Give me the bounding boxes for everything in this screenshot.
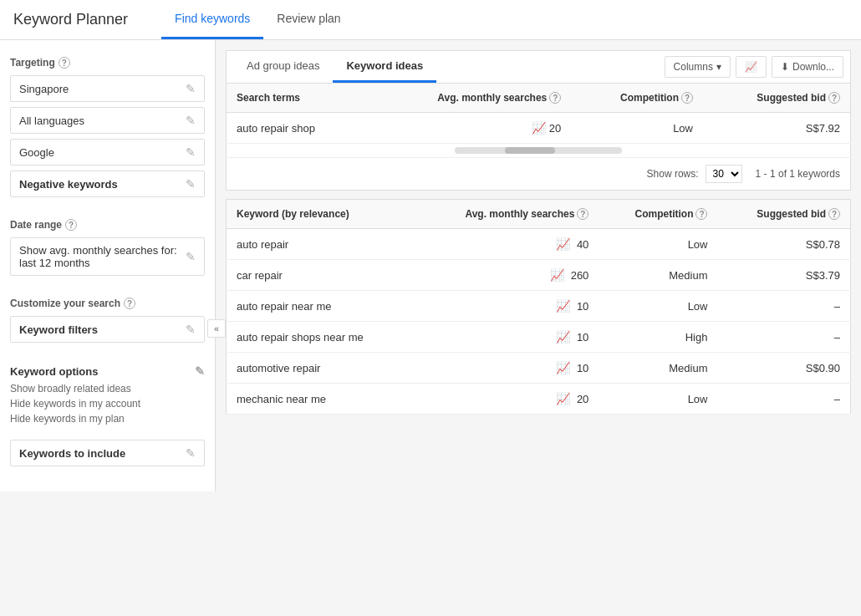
scrollbar-cell — [227, 144, 851, 158]
nav-tabs: Find keywords Review plan — [161, 0, 354, 39]
sidebar-collapse-button[interactable]: « — [207, 319, 226, 338]
th-search-terms: Search terms — [227, 84, 367, 113]
download-icon: ⬇ — [781, 61, 789, 73]
keyword-idea-searches-2: 📈260 — [415, 260, 599, 291]
customize-section: Customize your search ? Keyword filters … — [0, 291, 215, 354]
sidebar-item-google[interactable]: Google ✎ — [10, 139, 205, 165]
trend-chart-icon-idea-5[interactable]: 📈 — [556, 361, 570, 374]
trend-chart-icon-idea-4[interactable]: 📈 — [556, 330, 570, 344]
keyword-idea-bid-4: – — [717, 322, 850, 353]
keyword-idea-row-3: auto repair near me 📈10 Low – — [227, 291, 851, 322]
sidebar-item-all-languages[interactable]: All languages ✎ — [10, 107, 205, 134]
edit-icon-all-languages[interactable]: ✎ — [186, 114, 196, 127]
suggested-bid-help-icon-2[interactable]: ? — [828, 208, 840, 220]
tab-bar: Ad group ideas Keyword ideas Columns ▾ 📈… — [226, 50, 851, 83]
search-term-keyword-1: auto repair shop — [227, 113, 367, 144]
date-range-section: Date range ? Show avg. monthly searches … — [0, 212, 215, 288]
avg-searches-help-icon-2[interactable]: ? — [577, 208, 588, 220]
keyword-ideas-header-row: Keyword (by relevance) Avg. monthly sear… — [227, 200, 851, 229]
search-terms-header-row: Search terms Avg. monthly searches ? Com… — [227, 84, 851, 113]
keyword-option-3: Hide keywords in my plan — [10, 411, 205, 426]
keyword-idea-term-6: mechanic near me — [227, 384, 415, 415]
edit-icon-keywords-to-include[interactable]: ✎ — [186, 446, 196, 460]
show-rows-select-1[interactable]: 30 — [706, 165, 742, 183]
keyword-option-1: Show broadly related ideas — [10, 381, 205, 396]
keyword-idea-term-5: automotive repair — [227, 353, 415, 384]
keyword-idea-competition-6: Low — [599, 384, 717, 415]
competition-help-icon-1[interactable]: ? — [681, 92, 693, 104]
keyword-idea-searches-4: 📈10 — [415, 322, 599, 353]
th-suggested-bid-1: Suggested bid ? — [703, 84, 851, 113]
tab-ad-group-ideas[interactable]: Ad group ideas — [233, 51, 333, 83]
nav-tab-find-keywords[interactable]: Find keywords — [161, 0, 263, 39]
sidebar-item-negative-keywords[interactable]: Negative keywords ✎ — [10, 171, 205, 197]
section-gap — [226, 191, 851, 199]
main-layout: Targeting ? Singapore ✎ All languages ✎ … — [0, 40, 861, 616]
sidebar-item-keyword-filters[interactable]: Keyword filters ✎ — [10, 316, 205, 343]
trend-chart-icon-idea-6[interactable]: 📈 — [556, 392, 570, 405]
tab-keyword-ideas[interactable]: Keyword ideas — [333, 51, 436, 83]
sidebar-item-keywords-to-include[interactable]: Keywords to include ✎ — [10, 440, 205, 466]
trend-chart-icon-idea-3[interactable]: 📈 — [556, 299, 570, 313]
columns-button[interactable]: Columns ▾ — [665, 56, 731, 78]
content-tabs: Ad group ideas Keyword ideas — [233, 51, 436, 83]
chart-view-button[interactable]: 📈 — [736, 56, 767, 78]
th-competition-1: Competition ? — [571, 84, 703, 113]
targeting-title: Targeting ? — [10, 57, 205, 69]
customize-title: Customize your search ? — [10, 298, 205, 309]
keyword-idea-searches-1: 📈40 — [415, 229, 599, 260]
keyword-idea-searches-5: 📈10 — [415, 353, 599, 384]
keyword-idea-searches-3: 📈10 — [415, 291, 599, 322]
content-area: Ad group ideas Keyword ideas Columns ▾ 📈… — [216, 40, 861, 616]
horizontal-scrollbar[interactable] — [455, 147, 622, 154]
chevron-down-icon: ▾ — [716, 61, 721, 73]
th-suggested-bid-2: Suggested bid ? — [717, 200, 850, 229]
keyword-idea-row-5: automotive repair 📈10 Medium S$0.90 — [227, 353, 851, 384]
search-term-row-1: auto repair shop 📈 20 Low S$7.92 — [227, 113, 851, 144]
keyword-ideas-table: Keyword (by relevance) Avg. monthly sear… — [226, 199, 851, 415]
keyword-idea-competition-5: Medium — [599, 353, 717, 384]
edit-icon-singapore[interactable]: ✎ — [186, 82, 196, 95]
th-competition-2: Competition ? — [599, 200, 717, 229]
search-terms-pagination: Show rows: 30 1 - 1 of 1 keywords — [226, 158, 851, 191]
trend-chart-icon-idea-1[interactable]: 📈 — [556, 237, 570, 251]
avg-searches-help-icon-1[interactable]: ? — [549, 92, 561, 104]
keyword-idea-row-6: mechanic near me 📈20 Low – — [227, 384, 851, 415]
edit-icon-keyword-options[interactable]: ✎ — [195, 364, 205, 378]
keyword-idea-term-3: auto repair near me — [227, 291, 415, 322]
scrollbar-thumb[interactable] — [505, 147, 555, 154]
date-range-help-icon[interactable]: ? — [65, 219, 77, 231]
scrollbar-row — [227, 144, 851, 158]
edit-icon-keyword-filters[interactable]: ✎ — [186, 323, 196, 336]
keyword-idea-bid-2: S$3.79 — [717, 260, 850, 291]
targeting-help-icon[interactable]: ? — [59, 57, 70, 69]
tab-actions: Columns ▾ 📈 ⬇ Downlo... — [665, 56, 843, 78]
trend-chart-icon-1[interactable]: 📈 — [532, 121, 546, 135]
keyword-option-2: Hide keywords in my account — [10, 396, 205, 411]
keyword-options-list: Show broadly related ideas Hide keywords… — [10, 381, 205, 426]
customize-help-icon[interactable]: ? — [124, 298, 135, 309]
keyword-idea-competition-4: High — [599, 322, 717, 353]
search-terms-table: Search terms Avg. monthly searches ? Com… — [226, 83, 851, 158]
keyword-idea-term-1: auto repair — [227, 229, 415, 260]
suggested-bid-help-icon-1[interactable]: ? — [828, 92, 840, 104]
date-range-title: Date range ? — [10, 219, 205, 231]
sidebar: Targeting ? Singapore ✎ All languages ✎ … — [0, 40, 216, 491]
edit-icon-google[interactable]: ✎ — [186, 145, 196, 159]
keyword-idea-bid-1: S$0.78 — [717, 229, 850, 260]
nav-tab-review-plan[interactable]: Review plan — [263, 0, 354, 39]
sidebar-item-singapore[interactable]: Singapore ✎ — [10, 75, 205, 102]
th-avg-monthly-searches-1: Avg. monthly searches ? — [367, 84, 571, 113]
search-term-cell: 📈 20 — [367, 113, 571, 144]
targeting-section: Targeting ? Singapore ✎ All languages ✎ … — [0, 50, 215, 209]
competition-help-icon-2[interactable]: ? — [695, 208, 707, 220]
sidebar-item-date-range[interactable]: Show avg. monthly searches for: last 12 … — [10, 237, 205, 276]
edit-icon-date-range[interactable]: ✎ — [186, 250, 196, 263]
keyword-idea-bid-6: – — [717, 384, 850, 415]
top-header: Keyword Planner Find keywords Review pla… — [0, 0, 861, 40]
search-term-competition-1: Low — [571, 113, 703, 144]
edit-icon-negative-keywords[interactable]: ✎ — [186, 177, 196, 191]
trend-chart-icon-idea-2[interactable]: 📈 — [550, 268, 564, 282]
search-term-bid-1: S$7.92 — [703, 113, 851, 144]
download-button[interactable]: ⬇ Downlo... — [772, 56, 843, 78]
